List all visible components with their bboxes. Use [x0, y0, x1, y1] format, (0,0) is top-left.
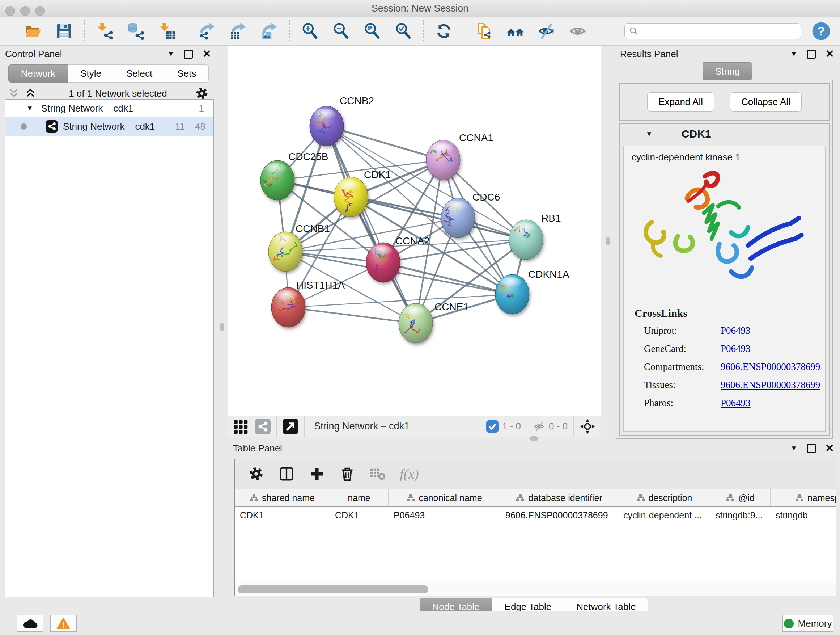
edge-CCNB2-CCNE1[interactable]: [327, 126, 416, 323]
window-close-button[interactable]: [5, 6, 15, 16]
control-panel-close-icon[interactable]: ✕: [202, 49, 211, 59]
expand-all-button[interactable]: Expand All: [647, 92, 714, 111]
hidden-eye-slash-icon[interactable]: [533, 420, 545, 432]
table-cell[interactable]: CDK1: [235, 507, 330, 524]
table-horizontal-scrollbar[interactable]: [235, 583, 836, 596]
column-header--id[interactable]: @id: [711, 489, 771, 506]
table-panel-close-icon[interactable]: ✕: [825, 443, 834, 454]
fit-navigator-icon[interactable]: [579, 418, 595, 434]
node-CCNE1[interactable]: [399, 303, 433, 343]
zoom-fit-icon[interactable]: [363, 22, 381, 40]
table-cell[interactable]: stringdb:9...: [711, 507, 771, 524]
table-cell[interactable]: P06493: [388, 507, 500, 524]
open-in-window-icon[interactable]: [283, 418, 298, 434]
window-minimize-button[interactable]: [20, 6, 30, 16]
control-panel-float-icon[interactable]: [184, 50, 193, 59]
table-panel-menu-icon[interactable]: ▼: [790, 444, 797, 452]
zoom-out-icon[interactable]: [332, 22, 350, 40]
collection-expand-icon[interactable]: ▼: [27, 104, 33, 112]
tab-select[interactable]: Select: [114, 65, 165, 82]
entry-collapse-icon[interactable]: ▼: [646, 130, 653, 138]
network-options-gear-icon[interactable]: [195, 86, 209, 101]
search-box[interactable]: [624, 23, 801, 39]
control-panel-menu-icon[interactable]: ▼: [167, 50, 174, 58]
network-collection-row[interactable]: ▼ String Network – cdk1 1: [5, 100, 213, 117]
node-table[interactable]: shared namenamecanonical namedatabase id…: [235, 489, 836, 596]
column-header-namespace[interactable]: namespace: [771, 489, 836, 506]
warning-status-button[interactable]: [50, 615, 77, 632]
scrollbar-thumb[interactable]: [238, 585, 428, 593]
edge-CCNB2-CCNA1[interactable]: [327, 126, 443, 160]
crosslink-link[interactable]: P06493: [721, 325, 751, 336]
window-zoom-button[interactable]: [35, 6, 45, 16]
table-cell[interactable]: cyclin-dependent ...: [618, 507, 711, 524]
node-CDKN1A[interactable]: [493, 274, 529, 314]
column-header-name[interactable]: name: [330, 489, 388, 506]
tab-network[interactable]: Network: [8, 65, 68, 82]
column-header-database-identifier[interactable]: database identifier: [500, 489, 618, 506]
table-options-gear-icon[interactable]: [248, 466, 264, 482]
results-panel-float-icon[interactable]: [807, 50, 816, 59]
node-CDC25B[interactable]: [258, 160, 294, 200]
zoom-in-icon[interactable]: [301, 22, 319, 40]
memory-button[interactable]: Memory: [782, 615, 834, 632]
selected-checkbox-icon[interactable]: [486, 420, 499, 432]
node-CCNB2[interactable]: [309, 106, 344, 146]
node-RB1[interactable]: [509, 220, 543, 260]
import-table-from-file-icon[interactable]: [158, 22, 176, 40]
cloud-status-button[interactable]: [17, 615, 43, 632]
node-CCNA2[interactable]: [366, 242, 400, 282]
show-hidden-icon[interactable]: [569, 22, 587, 40]
expand-all-networks-icon[interactable]: [25, 88, 36, 99]
crosslink-link[interactable]: P06493: [721, 343, 751, 355]
zoom-selected-icon[interactable]: [394, 22, 412, 40]
results-panel-close-icon[interactable]: ✕: [825, 49, 834, 59]
column-header-shared-name[interactable]: shared name: [235, 489, 330, 506]
edge-HIST1H1A-CCNE1[interactable]: [288, 307, 416, 323]
hide-selected-icon[interactable]: [538, 22, 556, 40]
tab-style[interactable]: Style: [68, 65, 114, 82]
table-cell[interactable]: 9606.ENSP00000378699: [500, 507, 618, 524]
column-header-canonical-name[interactable]: canonical name: [388, 489, 500, 506]
first-neighbors-icon[interactable]: [507, 22, 524, 40]
clone-network-icon[interactable]: [475, 22, 493, 40]
node-HIST1H1A[interactable]: [271, 287, 305, 327]
collapse-all-button[interactable]: Collapse All: [730, 92, 802, 111]
table-row[interactable]: CDK1CDK1P064939606.ENSP00000378699cyclin…: [235, 507, 836, 524]
right-splitter-handle[interactable]: [606, 237, 610, 245]
table-panel-float-icon[interactable]: [807, 444, 816, 453]
collapse-all-networks-icon[interactable]: [8, 88, 19, 99]
delete-table-icon[interactable]: [369, 466, 386, 482]
import-network-from-database-icon[interactable]: [126, 22, 145, 40]
open-session-icon[interactable]: [24, 22, 42, 40]
refresh-view-icon[interactable]: [435, 22, 453, 40]
help-icon[interactable]: ?: [811, 21, 831, 41]
results-panel-menu-icon[interactable]: ▼: [790, 50, 797, 58]
network-graph[interactable]: CCNB2 CCNA1 CDC25B CDK1 CDC6 RB1: [228, 46, 601, 416]
export-image-icon[interactable]: [261, 22, 279, 40]
column-header-description[interactable]: description: [618, 489, 711, 506]
birdseye-grid-icon[interactable]: [233, 418, 249, 434]
delete-column-trash-icon[interactable]: [339, 466, 355, 482]
add-column-icon[interactable]: [309, 466, 325, 482]
table-cell[interactable]: stringdb: [771, 507, 836, 524]
node-CCNB1[interactable]: [268, 232, 302, 272]
export-network-icon[interactable]: [198, 22, 216, 40]
left-splitter-handle[interactable]: [219, 323, 224, 331]
search-input[interactable]: [638, 26, 801, 37]
crosslink-link[interactable]: P06493: [721, 397, 751, 409]
node-CCNA1[interactable]: [426, 140, 460, 180]
table-cell[interactable]: CDK1: [330, 507, 388, 524]
network-row-selected[interactable]: String Network – cdk1 11 48: [5, 117, 213, 136]
node-CDK1[interactable]: [334, 177, 368, 217]
crosslink-link[interactable]: 9606.ENSP00000378699: [721, 361, 820, 372]
network-canvas[interactable]: CCNB2 CCNA1 CDC25B CDK1 CDC6 RB1: [228, 46, 601, 416]
node-entry-header[interactable]: ▼ CDK1: [620, 124, 829, 144]
results-tab-string[interactable]: String: [703, 62, 752, 80]
network-overview-icon[interactable]: [255, 418, 271, 434]
export-table-icon[interactable]: [229, 22, 248, 40]
show-columns-icon[interactable]: [278, 466, 295, 482]
import-network-from-file-icon[interactable]: [95, 22, 114, 40]
crosslink-link[interactable]: 9606.ENSP00000378699: [721, 379, 820, 391]
save-session-icon[interactable]: [55, 22, 73, 40]
